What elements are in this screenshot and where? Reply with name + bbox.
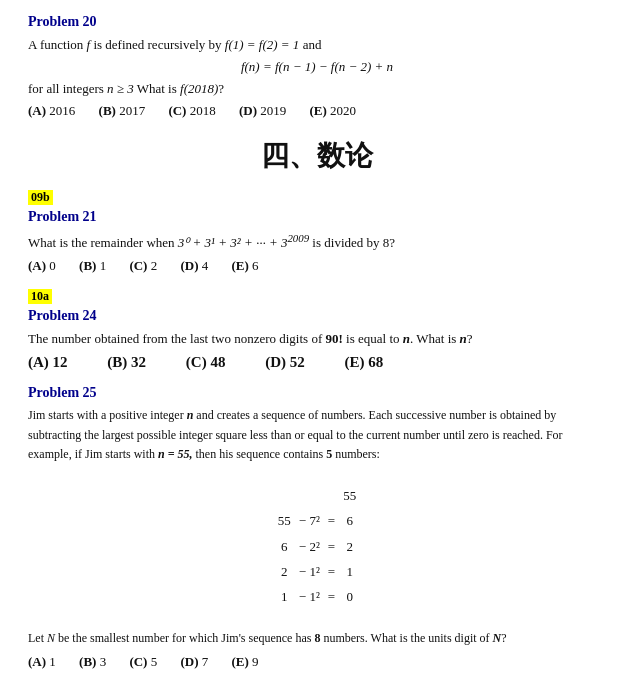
seq-row-0: 55 [275, 484, 359, 507]
eq1: f(1) = f(2) = 1 [225, 37, 300, 52]
problem-24-text: The number obtained from the last two no… [28, 329, 606, 349]
p24-choice-a: (A) 12 [28, 354, 68, 370]
eq2: f(n) = f(n − 1) − f(n − 2) + n [241, 59, 393, 74]
sequence-table: 55 55 − 7² = 6 6 − 2² = 2 2 − 1² = 1 1 [273, 482, 361, 611]
p21-choice-e: (E) 6 [231, 258, 258, 273]
p24-choice-d: (D) 52 [265, 354, 305, 370]
tag-09b: 09b [28, 189, 606, 209]
choice-c: (C) 2018 [168, 103, 215, 118]
problem-20-choices: (A) 2016 (B) 2017 (C) 2018 (D) 2019 (E) … [28, 103, 606, 119]
p21-choice-a: (A) 0 [28, 258, 56, 273]
seq-row-1: 55 − 7² = 6 [275, 509, 359, 532]
problem-21-choices: (A) 0 (B) 1 (C) 2 (D) 4 (E) 6 [28, 258, 606, 274]
problem-25-title: Problem 25 [28, 385, 606, 401]
choice-e: (E) 2020 [309, 103, 356, 118]
p24-choice-e: (E) 68 [344, 354, 383, 370]
choice-b: (B) 2017 [99, 103, 146, 118]
problem-25-desc: Jim starts with a positive integer n and… [28, 406, 606, 464]
sum-eq: 3⁰ + 3¹ + 3² + ··· + 32009 [178, 235, 309, 250]
tag-10a: 10a [28, 288, 606, 308]
problem-24: Problem 24 The number obtained from the … [28, 308, 606, 372]
p21-choice-d: (D) 4 [180, 258, 208, 273]
seq-row-4: 1 − 1² = 0 [275, 585, 359, 608]
p25-choice-c: (C) 5 [129, 654, 157, 669]
choice-a: (A) 2016 [28, 103, 75, 118]
problem-20-desc: for all integers n ≥ 3 What is f(2018)? [28, 79, 606, 99]
sequence-display: 55 55 − 7² = 6 6 − 2² = 2 2 − 1² = 1 1 [28, 472, 606, 621]
p24-choice-c: (C) 48 [186, 354, 226, 370]
problem-24-title: Problem 24 [28, 308, 606, 324]
p21-choice-b: (B) 1 [79, 258, 106, 273]
problem-20-text: A function f is defined recursively by f… [28, 35, 606, 55]
problem-21-text: What is the remainder when 3⁰ + 3¹ + 3² … [28, 230, 606, 253]
problem-25: Problem 25 Jim starts with a positive in… [28, 385, 606, 670]
problem-25-question: Let N be the smallest number for which J… [28, 629, 606, 648]
seq-row-2: 6 − 2² = 2 [275, 535, 359, 558]
seq-row-3: 2 − 1² = 1 [275, 560, 359, 583]
problem-25-choices: (A) 1 (B) 3 (C) 5 (D) 7 (E) 9 [28, 654, 606, 670]
problem-21-title: Problem 21 [28, 209, 606, 225]
p25-choice-a: (A) 1 [28, 654, 56, 669]
p25-choice-e: (E) 9 [231, 654, 258, 669]
p25-choice-d: (D) 7 [180, 654, 208, 669]
p25-choice-b: (B) 3 [79, 654, 106, 669]
f-val: f(2018) [180, 81, 218, 96]
problem-24-choices: (A) 12 (B) 32 (C) 48 (D) 52 (E) 68 [28, 354, 606, 371]
problem-20-title: Problem 20 [28, 14, 606, 30]
problem-20: Problem 20 A function f is defined recur… [28, 14, 606, 119]
equation-line: f(n) = f(n − 1) − f(n − 2) + n [28, 59, 606, 75]
section-title: 四、数论 [28, 137, 606, 175]
p24-choice-b: (B) 32 [107, 354, 146, 370]
p21-choice-c: (C) 2 [129, 258, 157, 273]
f-var: f [87, 37, 91, 52]
n-cond: n ≥ 3 [107, 81, 134, 96]
problem-21: Problem 21 What is the remainder when 3⁰… [28, 209, 606, 274]
choice-d: (D) 2019 [239, 103, 286, 118]
